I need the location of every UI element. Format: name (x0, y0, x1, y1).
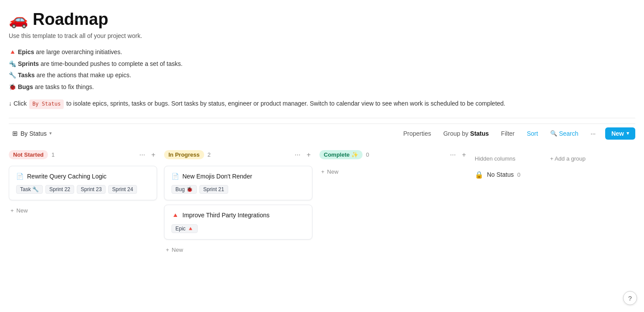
title-row: 🚗 Roadmap (9, 10, 635, 29)
add-new-label-complete: New (327, 168, 339, 175)
group-by-label: Group by (443, 130, 469, 137)
page-emoji: 🚗 (9, 10, 28, 29)
legend-bugs: 🐞 Bugs are tasks to fix things. (9, 81, 635, 93)
more-options-button[interactable]: ··· (588, 128, 599, 139)
card-emojis[interactable]: 📄 New Emojis Don't Render Bug 🐞 Sprint 2… (164, 166, 312, 201)
card-doc-icon-emojis: 📄 (171, 173, 179, 180)
tag-sprint-21[interactable]: Sprint 21 (199, 185, 228, 194)
by-status-button[interactable]: ⊞ By Status ▾ (9, 128, 55, 139)
complete-add-new-row[interactable]: + New (319, 166, 468, 178)
column-header-left-complete: Complete ✨ 0 (319, 150, 369, 159)
more-dots-icon: ··· (591, 130, 596, 137)
card-tags-emojis: Bug 🐞 Sprint 21 (171, 185, 305, 194)
card-title-row: 📄 Rewrite Query Caching Logic (16, 172, 150, 181)
card-doc-icon: 📄 (16, 173, 24, 180)
complete-add-button[interactable]: + (460, 150, 468, 160)
toolbar: ⊞ By Status ▾ Properties Group by Status… (9, 123, 635, 143)
in-progress-label[interactable]: In Progress (164, 150, 204, 159)
not-started-count: 1 (51, 151, 55, 158)
not-started-add-button[interactable]: + (150, 150, 157, 160)
by-status-label: By Status (21, 130, 47, 137)
column-header-right-inprogress: ··· + (293, 150, 312, 160)
column-in-progress: In Progress 2 ··· + 📄 New Emojis Don't R… (164, 148, 312, 256)
add-group-button[interactable]: + Add a group (548, 154, 588, 164)
column-complete: Complete ✨ 0 ··· + + New (319, 148, 468, 178)
legend: 🔺 Epics are large overarching initiative… (9, 46, 635, 93)
new-button-chevron: ▾ (627, 130, 629, 136)
card-title-third-party: Improve Third Party Integrations (182, 211, 270, 220)
add-new-label: New (17, 207, 28, 214)
divider (9, 118, 635, 118)
not-started-label[interactable]: Not Started (9, 150, 48, 159)
tag-bug[interactable]: Bug 🐞 (171, 185, 197, 194)
search-label: Search (559, 130, 578, 137)
page-title: Roadmap (33, 10, 108, 29)
search-button[interactable]: 🔍 Search (548, 128, 581, 139)
not-started-add-new-row[interactable]: + New (9, 205, 157, 216)
by-status-badge[interactable]: By Status (29, 99, 64, 109)
plus-icon-inprogress-new: + (166, 247, 169, 253)
kanban-board: Not Started 1 ··· + 📄 Rewrite Query Cach… (9, 148, 635, 256)
no-status-label: No Status (487, 171, 514, 178)
tag-epic[interactable]: Epic 🔺 (171, 224, 198, 233)
complete-menu-button[interactable]: ··· (448, 150, 457, 160)
in-progress-count: 2 (208, 151, 211, 158)
toolbar-right: Properties Group by Status Filter Sort 🔍… (401, 127, 635, 140)
instruction-text: ↓ Click By Status to isolate epics, spri… (9, 99, 635, 109)
group-by-value: Status (470, 130, 489, 137)
new-button[interactable]: New ▾ (605, 127, 635, 140)
no-status-row: 🔒 No Status 0 (475, 171, 588, 179)
dots-icon-inprogress: ··· (295, 151, 300, 158)
filter-button[interactable]: Filter (498, 128, 517, 139)
plus-icon-complete: + (462, 151, 466, 158)
sort-label: Sort (527, 130, 538, 137)
page-description: Use this template to track all of your p… (9, 32, 635, 39)
legend-sprints: 🔩 Sprints are time-bounded pushes to com… (9, 58, 635, 70)
search-icon: 🔍 (550, 130, 557, 137)
tag-sprint-23[interactable]: Sprint 23 (77, 185, 106, 194)
in-progress-add-button[interactable]: + (305, 150, 312, 160)
chevron-down-icon: ▾ (49, 130, 52, 136)
card-rewrite-query[interactable]: 📄 Rewrite Query Caching Logic Task 🔧 Spr… (9, 166, 157, 201)
dots-icon-complete: ··· (450, 151, 456, 158)
card-title-row-emojis: 📄 New Emojis Don't Render (171, 172, 305, 181)
column-header-left-inprogress: In Progress 2 (164, 150, 211, 159)
properties-label: Properties (403, 130, 431, 137)
no-status-count: 0 (517, 171, 520, 178)
filter-label: Filter (501, 130, 514, 137)
card-epic-icon: 🔺 (171, 212, 179, 219)
plus-icon-add-new: + (10, 207, 14, 214)
in-progress-add-new-row[interactable]: + New (164, 244, 312, 256)
column-header-right-not-started: ··· + (137, 150, 157, 160)
hidden-columns-label: Hidden columns (475, 155, 515, 162)
column-header-in-progress: In Progress 2 ··· + (164, 148, 312, 161)
dots-icon: ··· (139, 151, 145, 158)
add-group-label: + Add a group (550, 155, 586, 162)
complete-label[interactable]: Complete ✨ (319, 150, 363, 159)
legend-tasks: 🔧 Tasks are the actions that make up epi… (9, 69, 635, 81)
add-new-label-inprogress: New (172, 247, 183, 253)
tag-sprint-22[interactable]: Sprint 22 (45, 185, 74, 194)
page-header: 🚗 Roadmap Use this template to track all… (9, 10, 635, 109)
column-header-right-complete: ··· + (448, 150, 468, 160)
legend-epics: 🔺 Epics are large overarching initiative… (9, 46, 635, 58)
tag-task[interactable]: Task 🔧 (16, 185, 43, 194)
column-not-started: Not Started 1 ··· + 📄 Rewrite Query Cach… (9, 148, 157, 217)
card-third-party[interactable]: 🔺 Improve Third Party Integrations Epic … (164, 205, 312, 240)
in-progress-menu-button[interactable]: ··· (293, 150, 302, 160)
column-header-complete: Complete ✨ 0 ··· + (319, 148, 468, 161)
hidden-columns-header: Hidden columns + Add a group (475, 152, 588, 165)
card-title-row-third-party: 🔺 Improve Third Party Integrations (171, 211, 305, 220)
tag-sprint-24[interactable]: Sprint 24 (108, 185, 137, 194)
page-container: 🚗 Roadmap Use this template to track all… (0, 0, 644, 264)
no-status-icon: 🔒 (475, 171, 483, 179)
group-by-button[interactable]: Group by Status (441, 128, 491, 139)
card-tags-third-party: Epic 🔺 (171, 224, 305, 233)
not-started-menu-button[interactable]: ··· (137, 150, 147, 160)
card-title-emojis: New Emojis Don't Render (182, 172, 252, 181)
new-button-label: New (611, 130, 624, 137)
hidden-columns-panel: Hidden columns + Add a group 🔒 No Status… (475, 148, 588, 186)
properties-button[interactable]: Properties (401, 128, 434, 139)
plus-icon-inprogress: + (307, 151, 311, 158)
sort-button[interactable]: Sort (524, 128, 541, 139)
